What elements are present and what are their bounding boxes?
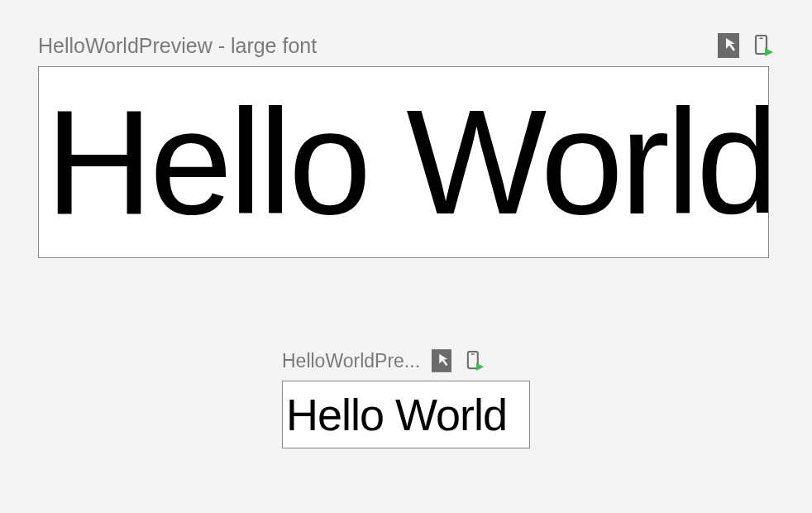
svg-rect-2	[760, 38, 763, 40]
preview-header: HelloWorldPre...	[282, 349, 530, 372]
preview-item-large: HelloWorldPreview - large font	[38, 33, 774, 258]
preview-title: HelloWorldPre...	[282, 350, 420, 372]
preview-panel: HelloWorldPreview - large font	[0, 0, 812, 482]
preview-text: Hello World	[286, 389, 507, 440]
preview-item-small: HelloWorldPre... Hello Wo	[38, 349, 774, 448]
deploy-preview-icon[interactable]	[466, 350, 485, 372]
preview-text: Hello World	[45, 88, 769, 237]
preview-toolbar	[718, 33, 774, 58]
svg-rect-5	[471, 353, 475, 354]
preview-canvas-small[interactable]: Hello World	[282, 381, 530, 448]
interactive-mode-icon[interactable]	[432, 349, 451, 372]
preview-title: HelloWorldPreview - large font	[38, 34, 317, 58]
preview-canvas-large[interactable]: Hello World	[38, 66, 769, 258]
deploy-preview-icon[interactable]	[754, 34, 774, 57]
interactive-mode-icon[interactable]	[718, 33, 739, 58]
preview-header: HelloWorldPreview - large font	[38, 33, 774, 58]
preview-toolbar	[432, 349, 485, 372]
